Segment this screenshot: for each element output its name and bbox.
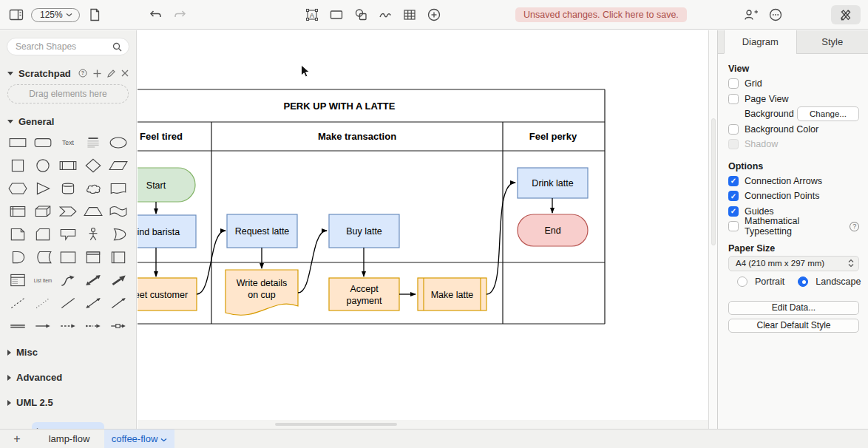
shape-vertical-container[interactable] <box>81 245 106 268</box>
text-tool-icon[interactable]: A <box>303 6 321 24</box>
shape-dashed-line[interactable] <box>5 291 30 314</box>
sidebar-toggle-icon[interactable] <box>7 6 25 24</box>
flowchart-diagram[interactable]: PERK UP WITH A LATTEFeel tiredMake trans… <box>138 30 708 420</box>
shapes-tool-icon[interactable] <box>352 6 370 24</box>
section-header-uml-2-5[interactable]: UML 2.5 <box>0 393 136 413</box>
diagram-canvas[interactable]: PERK UP WITH A LATTEFeel tiredMake trans… <box>138 30 708 429</box>
section-header-misc[interactable]: Misc <box>0 342 136 362</box>
shape-step[interactable] <box>55 200 81 223</box>
checkbox-grid[interactable] <box>728 78 739 89</box>
add-page-button[interactable]: + <box>0 430 34 448</box>
shape-data-storage[interactable] <box>30 245 55 268</box>
search-shapes-input[interactable] <box>16 41 112 52</box>
node-find-barista[interactable]: Find barista <box>138 215 196 248</box>
section-header-general[interactable]: General <box>0 114 136 129</box>
section-header-advanced[interactable]: Advanced <box>0 367 136 387</box>
change-background-button[interactable]: Change... <box>797 106 859 121</box>
shape-circle[interactable] <box>30 154 55 177</box>
page-tab-lamp-flow[interactable]: lamp-flow <box>34 430 104 448</box>
shape-square[interactable] <box>5 154 30 177</box>
shape-arrow[interactable] <box>106 268 131 291</box>
shape-rounded-rectangle[interactable] <box>30 131 55 154</box>
shape-dashed-arrow[interactable] <box>55 314 81 337</box>
edge-write-details-to-buy-latte[interactable] <box>298 231 327 293</box>
checkbox-page-view[interactable] <box>728 94 739 104</box>
checkbox-guides[interactable]: ✓ <box>728 206 739 217</box>
paper-size-select[interactable]: A4 (210 mm x 297 mm) <box>728 256 859 271</box>
page-tab-coffee-flow[interactable]: coffee-flow <box>104 430 174 448</box>
rectangle-tool-icon[interactable] <box>328 6 345 24</box>
shape-dotted-line[interactable] <box>30 291 55 314</box>
checkbox-background-color[interactable] <box>728 124 739 135</box>
shape-and[interactable] <box>5 245 30 268</box>
edit-icon[interactable] <box>107 69 115 78</box>
more-options-icon[interactable] <box>767 6 784 24</box>
shape-or[interactable] <box>106 223 131 245</box>
zoom-dropdown[interactable]: 125% <box>31 8 80 22</box>
edit-data-button[interactable]: Edit Data... <box>728 301 859 315</box>
node-start[interactable]: Start <box>138 168 195 202</box>
node-write-details[interactable]: Write detailson cup <box>226 270 298 315</box>
help-icon[interactable]: ? <box>850 222 859 231</box>
search-icon[interactable] <box>112 42 122 52</box>
shape-bidirectional-connector[interactable] <box>81 291 106 314</box>
shape-bidirectional-arrow[interactable] <box>81 268 106 291</box>
radio-portrait[interactable] <box>737 276 747 287</box>
shape-labeled-arrow[interactable] <box>106 314 131 337</box>
shape-actor[interactable] <box>81 223 106 245</box>
shape-container[interactable] <box>55 245 81 268</box>
unsaved-changes-banner[interactable]: Unsaved changes. Click here to save. <box>515 7 687 22</box>
shape-cylinder[interactable] <box>55 177 81 200</box>
help-icon[interactable]: ? <box>78 69 87 78</box>
shape-link[interactable] <box>5 314 30 337</box>
shape-directional-connector[interactable] <box>106 291 131 314</box>
radio-landscape[interactable] <box>798 276 808 287</box>
shape-text[interactable]: Text <box>55 131 81 154</box>
shape-line[interactable] <box>55 291 81 314</box>
share-icon[interactable] <box>742 6 760 24</box>
scratchpad-drop-area[interactable]: Drag elements here <box>7 84 129 103</box>
node-drink-latte[interactable]: Drink latte <box>518 168 588 198</box>
shape-document[interactable] <box>106 177 131 200</box>
horizontal-scrollbar[interactable] <box>138 420 708 429</box>
shape-tape[interactable] <box>106 200 131 223</box>
node-make-latte[interactable]: Make latte <box>418 278 486 310</box>
shape-trapezoid[interactable] <box>81 200 106 223</box>
tab-style[interactable]: Style <box>796 30 868 53</box>
tab-diagram[interactable]: Diagram <box>724 30 796 54</box>
node-accept-payment[interactable]: Acceptpayment <box>329 278 399 310</box>
shape-horizontal-container[interactable] <box>106 245 131 268</box>
freehand-tool-icon[interactable] <box>376 6 394 24</box>
checkbox-shadow[interactable] <box>728 139 739 149</box>
format-panel-toggle-button[interactable] <box>831 5 861 24</box>
shape-list-item[interactable]: List Item <box>30 268 55 291</box>
shape-arrow-right[interactable] <box>30 314 55 337</box>
insert-plus-icon[interactable] <box>425 6 443 24</box>
shape-list[interactable] <box>5 268 30 291</box>
edge-make-latte-to-drink-latte[interactable] <box>486 183 515 294</box>
clear-default-style-button[interactable]: Clear Default Style <box>728 319 859 333</box>
shape-card[interactable] <box>30 223 55 245</box>
shape-triangle[interactable] <box>30 177 55 200</box>
shape-process[interactable] <box>55 154 81 177</box>
checkbox-mathematical-typesetting[interactable] <box>728 221 739 231</box>
table-tool-icon[interactable] <box>401 6 418 24</box>
scratchpad-header[interactable]: Scratchpad ? <box>0 66 136 81</box>
shape-parallelogram[interactable] <box>106 154 131 177</box>
shape-textbox[interactable] <box>81 131 106 154</box>
shape-rectangle[interactable] <box>5 131 30 154</box>
node-greet-customer[interactable]: Greet customer <box>138 278 197 310</box>
shape-cloud[interactable] <box>81 177 106 200</box>
vertical-scrollbar[interactable] <box>708 30 717 429</box>
shape-ellipse[interactable] <box>106 131 131 154</box>
shape-internal-storage[interactable] <box>5 200 30 223</box>
checkbox-connection-arrows[interactable]: ✓ <box>728 176 739 186</box>
checkbox-connection-points[interactable]: ✓ <box>728 191 739 201</box>
vertical-scrollbar-thumb[interactable] <box>711 118 716 245</box>
shape-cube[interactable] <box>30 200 55 223</box>
node-buy-latte[interactable]: Buy latte <box>329 214 399 248</box>
page-icon[interactable] <box>86 6 104 24</box>
shape-callout[interactable] <box>55 223 81 245</box>
horizontal-scrollbar-thumb[interactable] <box>275 423 397 426</box>
close-icon[interactable] <box>121 69 129 77</box>
